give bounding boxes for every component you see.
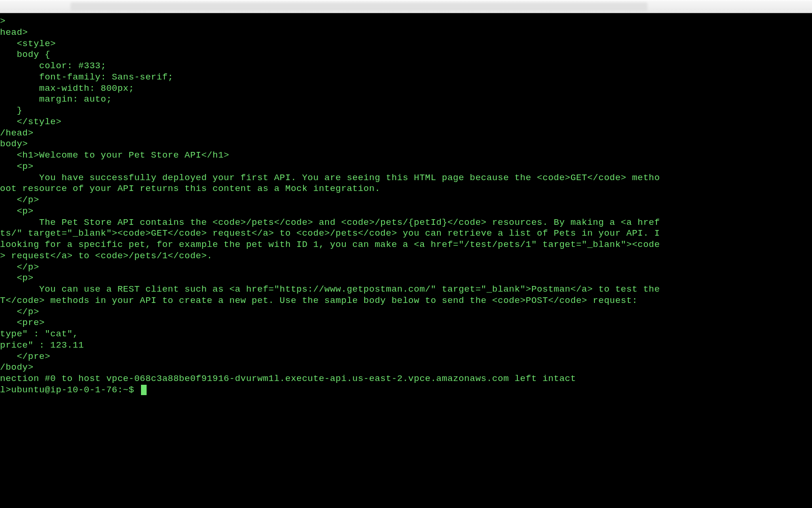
terminal-line: </pre> — [0, 351, 812, 363]
terminal-line: You have successfully deployed your firs… — [0, 173, 812, 184]
terminal-line: oot resource of your API returns this co… — [0, 183, 812, 195]
terminal-line: margin: auto; — [0, 94, 812, 105]
title-blur — [70, 2, 648, 11]
terminal-line: </p> — [0, 262, 812, 273]
terminal-line: <p> — [0, 161, 812, 173]
terminal-line: > — [0, 16, 812, 27]
terminal-line: looking for a specific pet, for example … — [0, 239, 812, 251]
terminal-line: You can use a REST client such as <a hre… — [0, 284, 812, 295]
terminal-line: body { — [0, 49, 812, 61]
terminal-line: } — [0, 105, 812, 117]
terminal-background — [0, 409, 812, 508]
terminal-line: price" : 123.11 — [0, 340, 812, 351]
terminal-line: <p> — [0, 273, 812, 284]
terminal-line: </p> — [0, 195, 812, 206]
terminal-line: </style> — [0, 117, 812, 128]
terminal-line: color: #333; — [0, 61, 812, 72]
terminal-line: ts/" target="_blank"><code>GET</code> re… — [0, 228, 812, 239]
terminal-line: <pre> — [0, 318, 812, 329]
terminal-line: /body> — [0, 362, 812, 373]
window-titlebar — [0, 0, 812, 13]
terminal-line: nection #0 to host vpce-068c3a88be0f9191… — [0, 373, 812, 385]
terminal-line: font-family: Sans-serif; — [0, 72, 812, 83]
terminal-line: /head> — [0, 128, 812, 139]
terminal-line: type" : "cat", — [0, 329, 812, 340]
terminal-line: <h1>Welcome to your Pet Store API</h1> — [0, 150, 812, 161]
terminal-prompt-line[interactable]: l>ubuntu@ip-10-0-1-76:~$ — [0, 385, 812, 396]
terminal-prompt: l>ubuntu@ip-10-0-1-76:~$ — [0, 385, 140, 395]
terminal-line: <p> — [0, 206, 812, 217]
terminal-line: head> — [0, 27, 812, 39]
terminal-output[interactable]: >head> <style> body { color: #333; font-… — [0, 13, 812, 396]
terminal-line: > request</a> to <code>/pets/1</code>. — [0, 251, 812, 262]
terminal-line: body> — [0, 139, 812, 150]
terminal-line: <style> — [0, 39, 812, 50]
terminal-cursor — [141, 385, 147, 395]
terminal-line: </p> — [0, 307, 812, 318]
terminal-line: The Pet Store API contains the <code>/pe… — [0, 217, 812, 229]
terminal-line: T</code> methods in your API to create a… — [0, 295, 812, 307]
terminal-line: max-width: 800px; — [0, 83, 812, 95]
